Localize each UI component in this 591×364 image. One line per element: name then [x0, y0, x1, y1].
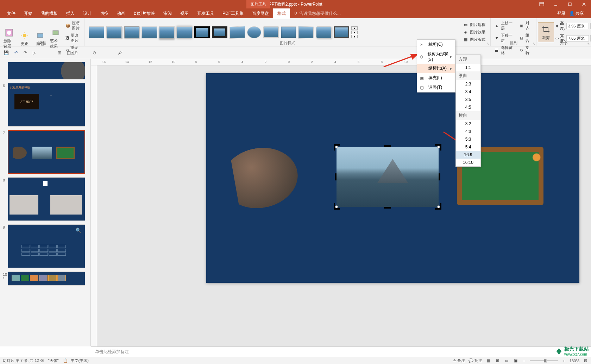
ribbon-display-options-icon[interactable] [535, 0, 549, 8]
crop-button[interactable]: 裁剪 [538, 22, 554, 42]
selection-handle[interactable] [437, 205, 440, 208]
share-button[interactable]: 👤共享 [569, 11, 584, 17]
contextual-tab-picture-tools[interactable]: 图片工具 [246, 0, 270, 8]
ratio-3-4[interactable]: 3:4 [456, 88, 480, 96]
slideshow-view-icon[interactable]: ▣ [513, 358, 518, 363]
tab-my-templates[interactable]: 我的模板 [37, 8, 62, 19]
menu-item-fit[interactable]: ▢调整(T) [417, 83, 455, 92]
picture-style-3[interactable] [124, 26, 139, 38]
picture-style-13[interactable] [298, 26, 314, 38]
slide-thumbnail-6[interactable]: 此处照片的标题 ε=mc² ... [8, 83, 85, 127]
ratio-16-9[interactable]: 16:9 [456, 151, 480, 159]
reset-picture-button[interactable]: ↺重设图片 [64, 44, 82, 56]
slide-thumbnail-8[interactable] [8, 177, 85, 221]
crop-handle-l[interactable] [335, 173, 337, 180]
slide-image-cityscape[interactable] [230, 142, 303, 212]
artistic-effects-button[interactable]: 艺术效果 [48, 26, 63, 50]
slide-sorter-view-icon[interactable]: ⊞ [495, 358, 500, 363]
picture-styles-gallery[interactable]: ▲▼▾ [86, 24, 461, 41]
picture-style-7[interactable] [194, 26, 210, 38]
fit-to-window-icon[interactable]: ⊡ [583, 358, 588, 363]
horizontal-ruler[interactable]: 1614121086420246810121416 [91, 59, 591, 65]
picture-style-2[interactable] [106, 26, 122, 38]
ratio-4-3[interactable]: 4:3 [456, 128, 480, 135]
selection-handle[interactable] [335, 205, 338, 208]
dialog-launcher-styles[interactable]: ⤡ [487, 42, 490, 45]
picture-style-4[interactable] [142, 26, 157, 38]
ratio-16-10[interactable]: 16:10 [456, 159, 480, 166]
tab-baidu-netdisk[interactable]: 百度网盘 [248, 8, 273, 19]
tab-design[interactable]: 设计 [79, 8, 96, 19]
ratio-5-4[interactable]: 5:4 [456, 143, 480, 151]
ratio-3-2[interactable]: 3:2 [456, 120, 480, 128]
picture-style-1[interactable] [89, 26, 104, 38]
notes-pane[interactable]: 单击此处添加备注 [91, 346, 591, 357]
reading-view-icon[interactable]: ▭ [504, 358, 509, 363]
login-button[interactable]: 登录 [557, 11, 566, 17]
remove-background-button[interactable]: 删除背景 [1, 26, 17, 50]
crop-handle-t[interactable] [384, 145, 391, 147]
menu-item-crop[interactable]: ✂裁剪(C) [417, 40, 455, 49]
zoom-slider[interactable] [530, 360, 558, 361]
slide-thumbnail-7[interactable] [8, 130, 85, 174]
ratio-1-1[interactable]: 1:1 [456, 64, 480, 71]
picture-style-15[interactable] [334, 26, 349, 38]
picture-style-11[interactable] [263, 26, 279, 38]
slide-thumbnail-panel[interactable]: 6 此处照片的标题 ε=mc² ... 7 8 9 🔍 10* [0, 59, 91, 346]
slide-canvas[interactable] [206, 73, 579, 283]
menu-item-fill[interactable]: ▣填充(L) [417, 73, 455, 83]
picture-style-14[interactable] [316, 26, 332, 38]
tell-me-search[interactable]: 告诉我您想要做什么... [294, 11, 341, 17]
tab-transition[interactable]: 切换 [96, 8, 113, 19]
notes-toggle[interactable]: ≐ 备注 [453, 358, 465, 363]
dialog-launcher-size[interactable]: ⤡ [587, 42, 590, 45]
slide-image-mountain-selected[interactable] [337, 147, 439, 207]
vertical-ruler[interactable] [91, 65, 97, 346]
zoom-level[interactable]: 130% [570, 359, 579, 363]
picture-style-9[interactable] [230, 26, 245, 38]
crop-handle-b[interactable] [384, 207, 391, 209]
selection-handle[interactable] [335, 146, 338, 148]
ratio-4-5[interactable]: 4:5 [456, 103, 480, 111]
tab-slideshow[interactable]: 幻灯片放映 [130, 8, 159, 19]
gallery-more[interactable]: ▲▼▾ [351, 26, 358, 38]
spell-check-icon[interactable]: 📋 [63, 358, 68, 363]
zoom-out-icon[interactable]: ⊖ [93, 50, 96, 55]
tab-file[interactable]: 文件 [3, 8, 20, 19]
tab-insert[interactable]: 插入 [62, 8, 79, 19]
height-input[interactable] [566, 23, 589, 29]
tab-format[interactable]: 格式 [273, 8, 290, 19]
tab-home[interactable]: 开始 [20, 8, 37, 19]
crop-handle-r[interactable] [439, 173, 440, 180]
tab-pdf-tools[interactable]: PDF工具集 [218, 8, 248, 19]
ratio-2-3[interactable]: 2:3 [456, 80, 480, 88]
picture-style-5[interactable] [159, 26, 175, 38]
picture-style-8[interactable] [212, 26, 227, 38]
minimize-icon[interactable] [549, 0, 563, 8]
dialog-launcher-arrange[interactable]: ⤡ [533, 42, 535, 45]
maximize-icon[interactable] [563, 0, 577, 8]
bring-forward-button[interactable]: ▲上移一层 [493, 20, 516, 32]
picture-style-6[interactable] [177, 26, 192, 38]
slide-thumbnail-10[interactable] [8, 272, 85, 286]
slide-editor[interactable]: 1614121086420246810121416 [91, 59, 591, 346]
ratio-5-3[interactable]: 5:3 [456, 135, 480, 143]
selection-pane-button[interactable]: ☰选择窗格 [493, 44, 516, 56]
compress-pictures-button[interactable]: 📦压缩图片 [64, 20, 82, 32]
menu-item-aspect-ratio[interactable]: 纵横比(A)▶ [417, 64, 455, 73]
picture-style-10[interactable] [247, 26, 261, 38]
slide-thumbnail-9[interactable]: 🔍 [8, 224, 85, 268]
menu-item-crop-to-shape[interactable]: ◇裁剪为形状(S)▶ [417, 49, 455, 64]
selection-handle[interactable] [437, 146, 440, 148]
tab-animation[interactable]: 动画 [113, 8, 130, 19]
tab-view[interactable]: 视图 [176, 8, 193, 19]
picture-border-button[interactable]: ▭图片边框 [461, 21, 488, 28]
zoom-out-button[interactable]: − [522, 359, 526, 363]
comments-toggle[interactable]: 💬 批注 [469, 358, 482, 363]
normal-view-icon[interactable]: ▦ [486, 358, 491, 363]
tab-review[interactable]: 审阅 [159, 8, 176, 19]
ratio-3-5[interactable]: 3:5 [456, 96, 480, 103]
tab-developer[interactable]: 开发工具 [193, 8, 218, 19]
picture-effects-button[interactable]: ◈图片效果 [461, 29, 488, 36]
format-painter-icon[interactable]: 🖌 [118, 50, 122, 55]
